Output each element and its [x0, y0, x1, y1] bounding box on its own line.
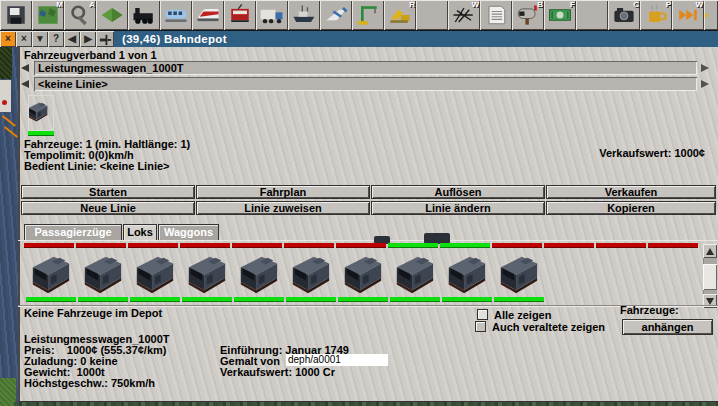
vehicle-availability-bar	[232, 243, 282, 248]
titlebar-buttons: ××▼?◀▶	[0, 31, 114, 47]
next-window-button[interactable]: ▶	[80, 31, 96, 47]
tab-locomotives[interactable]: Loks	[123, 224, 157, 240]
toolbar-map-button[interactable]: M	[32, 0, 64, 30]
vehicle-detail-resale: Verkaufswert: 1000 Cr	[220, 367, 335, 378]
toolbar-finances-button[interactable]: F	[544, 0, 576, 30]
shortcut-key-badge: B	[537, 0, 543, 9]
toolbar-landscaping-tools-button[interactable]: R	[384, 0, 416, 30]
vehicle-availability-bar	[76, 243, 126, 248]
show-obsolete-label[interactable]: Auch veraltete zeigen	[492, 322, 605, 333]
shortcut-key-badge: R	[409, 0, 415, 9]
toolbar-cut-off-button[interactable]	[704, 0, 718, 30]
prev-window-button[interactable]: ◀	[64, 31, 80, 47]
copy-button[interactable]: Kopieren	[546, 201, 716, 215]
shortcut-key-badge: W	[695, 0, 703, 9]
assign-line-button[interactable]: Linie zuweisen	[196, 201, 370, 215]
start-button[interactable]: Starten	[21, 185, 195, 199]
toolbar-zoom-button[interactable]: A	[64, 0, 96, 30]
toolbar-construction-tools-button[interactable]	[352, 0, 384, 30]
show-obsolete-checkbox[interactable]	[475, 321, 486, 332]
depot-window-titlebar[interactable]: ××▼?◀▶ (39,46) Bahndepot	[0, 31, 718, 47]
disassemble-button[interactable]: Auflösen	[371, 185, 545, 199]
map-tile-building[interactable]	[0, 80, 11, 112]
shade-button[interactable]: ▼	[32, 31, 48, 47]
vehicle-item[interactable]	[442, 252, 492, 296]
toolbar-lists-button[interactable]	[480, 0, 512, 30]
toolbar-empty-slot-1[interactable]	[416, 0, 448, 30]
new-line-button[interactable]: Neue Linie	[21, 201, 195, 215]
shortcut-key-badge: W	[471, 0, 479, 9]
vehicle-item[interactable]	[26, 252, 76, 296]
convoy-next-icon[interactable]	[701, 64, 709, 72]
line-select[interactable]: <keine Linie>	[34, 77, 697, 91]
vehicle-item[interactable]	[286, 252, 336, 296]
vehicle-availability-bar	[596, 243, 646, 248]
toolbar-tram-tools-button[interactable]	[224, 0, 256, 30]
append-vehicle-button[interactable]: anhängen	[622, 319, 713, 335]
vehicle-item[interactable]	[130, 252, 180, 296]
scrollbar-slider[interactable]	[703, 264, 717, 290]
change-line-button[interactable]: Linie ändern	[371, 201, 545, 215]
vehicle-item[interactable]	[234, 252, 284, 296]
toolbar-screenshot-button[interactable]: C	[608, 0, 640, 30]
vehicle-status-bar	[286, 297, 336, 302]
close-highlighted-button[interactable]: ×	[0, 31, 16, 47]
map-bottom-strip[interactable]	[14, 402, 718, 406]
scroll-up-button[interactable]	[703, 244, 717, 258]
tab-passenger-trains[interactable]: Passagierzüge	[24, 224, 122, 240]
tab-wagons[interactable]: Waggons	[158, 224, 219, 240]
help-button[interactable]: ?	[48, 31, 64, 47]
line-next-icon[interactable]	[701, 80, 709, 88]
sell-button[interactable]: Verkaufen	[546, 185, 716, 199]
show-all-label[interactable]: Alle zeigen	[494, 310, 551, 321]
vehicles-label: Fahrzeuge:	[620, 305, 679, 316]
vehicle-item[interactable]	[182, 252, 232, 296]
toolbar-empty-slot-2[interactable]	[576, 0, 608, 30]
locomotive-sprite	[390, 252, 438, 296]
convoy-preview-cell[interactable]	[28, 95, 54, 131]
toolbar-monorail-tools-button[interactable]	[160, 0, 192, 30]
convoy-header: Fahrzeugverband 1 von 1	[24, 50, 157, 61]
line-select-open-icon[interactable]	[21, 80, 29, 88]
map-tile-trellis[interactable]	[0, 47, 12, 79]
vehicle-availability-bar	[336, 243, 386, 248]
pin-icon	[98, 32, 113, 47]
vehicle-availability-bar	[24, 243, 74, 248]
convoy-select[interactable]: Leistungmesswagen_1000T	[34, 61, 697, 75]
vehicle-status-bar	[442, 297, 492, 302]
toolbar-terrain-tools-button[interactable]	[96, 0, 128, 30]
convoy-select-open-icon[interactable]	[21, 64, 29, 72]
vehicle-item[interactable]	[494, 252, 544, 296]
vehicle-item[interactable]	[390, 252, 440, 296]
convoy-info-line: Bedient Linie: <keine Linie>	[24, 161, 169, 172]
show-all-checkbox[interactable]	[477, 309, 488, 320]
toolbar-rail-tools-button[interactable]	[128, 0, 160, 30]
toolbar-save-button[interactable]	[0, 0, 32, 30]
locomotive-sprite	[26, 252, 74, 296]
pin-button[interactable]	[96, 31, 114, 47]
shortcut-key-badge: A	[89, 0, 95, 9]
close-button[interactable]: ×	[16, 31, 32, 47]
vehicle-item[interactable]	[78, 252, 128, 296]
toolbar-road-tools-button[interactable]	[256, 0, 288, 30]
locomotive-sprite	[286, 252, 334, 296]
simutrans-screen: MARWBFCPW ××▼?◀▶ (39,46) Bahndepot Fahrz…	[0, 0, 718, 406]
toolbar-line-management-button[interactable]: W	[448, 0, 480, 30]
vehicle-status-bar	[26, 297, 76, 302]
shortcut-key-badge: F	[570, 0, 575, 9]
shortcut-key-badge: P	[666, 0, 671, 9]
vehicle-availability-bar	[388, 243, 438, 248]
toolbar-fast-forward-button[interactable]: W	[672, 0, 704, 30]
locomotive-sprite	[494, 252, 542, 296]
toolbar-highspeed-rail-tools-button[interactable]	[192, 0, 224, 30]
author-field[interactable]: deph/a0001	[286, 354, 388, 366]
toolbar-message-center-button[interactable]: B	[512, 0, 544, 30]
vehicle-item[interactable]	[338, 252, 388, 296]
toolbar-pause-button[interactable]: P	[640, 0, 672, 30]
locomotive-sprite	[78, 252, 126, 296]
vehicle-detail-speed: Höchstgeschw.: 750km/h	[24, 378, 155, 389]
toolbar-air-tools-button[interactable]	[320, 0, 352, 30]
toolbar-ship-tools-button[interactable]	[288, 0, 320, 30]
schedule-button[interactable]: Fahrplan	[196, 185, 370, 199]
locomotive-sprite	[130, 252, 178, 296]
